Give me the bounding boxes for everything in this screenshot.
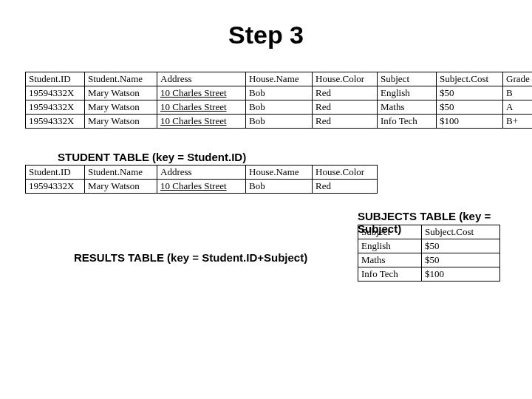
table-cell: $100 bbox=[422, 267, 500, 282]
table-cell: Info Tech bbox=[378, 115, 437, 129]
table-cell: Bob bbox=[246, 86, 313, 100]
table-cell: 19594332X bbox=[26, 180, 85, 194]
subjects-table-container: SubjectSubject.CostEnglish$50Maths$50Inf… bbox=[358, 225, 500, 282]
table-cell: Red bbox=[313, 86, 378, 100]
table-cell: Mary Watson bbox=[85, 86, 157, 100]
column-header: House.Color bbox=[313, 72, 378, 86]
column-header: Address bbox=[157, 72, 246, 86]
column-header: Student.ID bbox=[26, 166, 85, 180]
table-cell: Red bbox=[313, 100, 378, 115]
table-row: 19594332XMary Watson10 Charles StreetBob… bbox=[26, 86, 533, 100]
student-table-container: Student.IDStudent.NameAddressHouse.NameH… bbox=[25, 165, 532, 194]
table-cell: Mary Watson bbox=[85, 115, 157, 129]
column-header: Address bbox=[157, 166, 246, 180]
table-row: 19594332XMary Watson10 Charles StreetBob… bbox=[26, 115, 533, 129]
table-cell: Bob bbox=[246, 115, 313, 129]
column-header: Subject.Cost bbox=[422, 225, 500, 239]
main-table-container: Student.IDStudent.NameAddressHouse.NameH… bbox=[25, 72, 532, 129]
table-row: 19594332XMary Watson10 Charles StreetBob… bbox=[26, 100, 533, 115]
table-cell: Bob bbox=[246, 180, 313, 194]
table-cell: 19594332X bbox=[26, 100, 85, 115]
column-header: Subject bbox=[358, 225, 422, 239]
column-header: Student.ID bbox=[26, 72, 85, 86]
table-cell: Mary Watson bbox=[85, 100, 157, 115]
main-table: Student.IDStudent.NameAddressHouse.NameH… bbox=[25, 72, 532, 129]
table-cell: A bbox=[503, 100, 533, 115]
column-header: Subject.Cost bbox=[437, 72, 503, 86]
table-row: Info Tech$100 bbox=[358, 267, 500, 282]
column-header: Student.Name bbox=[85, 72, 157, 86]
table-cell: Mary Watson bbox=[85, 180, 157, 194]
column-header: House.Name bbox=[246, 72, 313, 86]
column-header: Student.Name bbox=[85, 166, 157, 180]
table-cell: B bbox=[503, 86, 533, 100]
column-header: Subject bbox=[378, 72, 437, 86]
table-cell: Maths bbox=[378, 100, 437, 115]
table-cell: Maths bbox=[358, 253, 422, 267]
table-row: English$50 bbox=[358, 239, 500, 253]
results-table-caption: RESULTS TABLE (key = Student.ID+Subject) bbox=[74, 251, 307, 264]
table-cell: 10 Charles Street bbox=[157, 115, 246, 129]
table-cell: 19594332X bbox=[26, 86, 85, 100]
table-cell: $50 bbox=[422, 239, 500, 253]
column-header: House.Color bbox=[313, 166, 378, 180]
column-header: House.Name bbox=[246, 166, 313, 180]
table-cell: English bbox=[358, 239, 422, 253]
student-table-caption: STUDENT TABLE (key = Student.ID) bbox=[58, 151, 532, 163]
table-row: 19594332XMary Watson10 Charles StreetBob… bbox=[26, 180, 378, 194]
student-table: Student.IDStudent.NameAddressHouse.NameH… bbox=[25, 165, 378, 194]
table-cell: $50 bbox=[437, 86, 503, 100]
table-row: Maths$50 bbox=[358, 253, 500, 267]
table-cell: Red bbox=[313, 180, 378, 194]
table-cell: English bbox=[378, 86, 437, 100]
page-title: Step 3 bbox=[0, 21, 532, 50]
table-cell: Info Tech bbox=[358, 267, 422, 282]
table-cell: 10 Charles Street bbox=[157, 180, 246, 194]
table-cell: $50 bbox=[422, 253, 500, 267]
table-cell: 19594332X bbox=[26, 115, 85, 129]
table-cell: $100 bbox=[437, 115, 503, 129]
table-cell: B+ bbox=[503, 115, 533, 129]
table-cell: 10 Charles Street bbox=[157, 86, 246, 100]
column-header: Grade bbox=[503, 72, 533, 86]
subjects-table: SubjectSubject.CostEnglish$50Maths$50Inf… bbox=[358, 225, 500, 282]
table-cell: Bob bbox=[246, 100, 313, 115]
table-cell: $50 bbox=[437, 100, 503, 115]
table-cell: Red bbox=[313, 115, 378, 129]
table-cell: 10 Charles Street bbox=[157, 100, 246, 115]
